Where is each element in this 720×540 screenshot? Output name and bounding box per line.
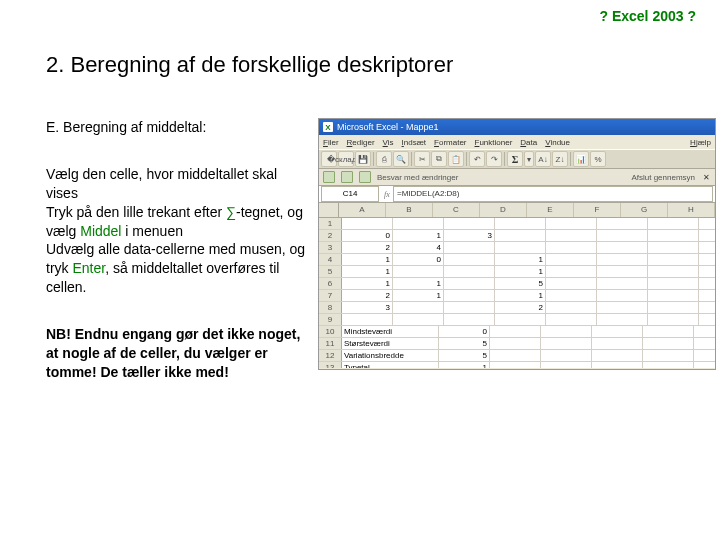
row-header[interactable]: 13 <box>319 362 342 368</box>
grid-cell[interactable] <box>643 350 694 361</box>
grid-cell[interactable]: 2 <box>495 302 546 313</box>
grid-cell[interactable] <box>592 338 643 349</box>
grid-cell[interactable]: 5 <box>495 278 546 289</box>
toolbar-chart-icon[interactable]: 📊 <box>573 151 589 167</box>
grid-cell[interactable] <box>597 242 648 253</box>
grid-cell[interactable] <box>648 242 699 253</box>
grid-cell[interactable]: 1 <box>393 230 444 241</box>
grid-cell[interactable] <box>648 266 699 277</box>
grid-cell[interactable] <box>699 314 715 325</box>
grid-cell[interactable] <box>444 314 495 325</box>
grid-cell[interactable] <box>541 326 592 337</box>
grid-cell[interactable] <box>648 230 699 241</box>
grid-cell[interactable] <box>342 314 393 325</box>
menu-item[interactable]: Vis <box>383 138 394 147</box>
grid-cell[interactable] <box>444 242 495 253</box>
grid-cell[interactable]: 1 <box>342 278 393 289</box>
name-box[interactable]: C14 <box>321 186 379 202</box>
row-header[interactable]: 1 <box>319 218 342 229</box>
row-header[interactable]: 9 <box>319 314 342 325</box>
grid-cell[interactable] <box>597 302 648 313</box>
grid-cell[interactable] <box>342 218 393 229</box>
toolbar-sort-asc-icon[interactable]: A↓ <box>535 151 551 167</box>
row-header[interactable]: 6 <box>319 278 342 289</box>
grid-cell[interactable]: Mindsteværdi <box>342 326 439 337</box>
row-header[interactable]: 3 <box>319 242 342 253</box>
row-header[interactable]: 11 <box>319 338 342 349</box>
grid-cell[interactable]: 4 <box>393 242 444 253</box>
grid-cell[interactable] <box>694 350 715 361</box>
grid-cell[interactable] <box>546 242 597 253</box>
grid-cell[interactable] <box>444 254 495 265</box>
grid-cell[interactable] <box>597 218 648 229</box>
grid-cell[interactable] <box>546 290 597 301</box>
select-all-corner[interactable] <box>319 203 339 217</box>
grid-cell[interactable] <box>444 266 495 277</box>
column-header[interactable]: D <box>480 203 527 217</box>
grid-cell[interactable]: 5 <box>439 338 490 349</box>
grid-cell[interactable] <box>546 278 597 289</box>
grid-cell[interactable] <box>699 230 715 241</box>
grid-cell[interactable]: 2 <box>342 290 393 301</box>
grid-cell[interactable] <box>694 362 715 368</box>
grid-cell[interactable] <box>546 302 597 313</box>
column-header[interactable]: G <box>621 203 668 217</box>
grid-cell[interactable] <box>699 302 715 313</box>
menu-item[interactable]: Rediger <box>347 138 375 147</box>
review-close-icon[interactable]: ✕ <box>701 172 711 182</box>
grid-cell[interactable]: 3 <box>444 230 495 241</box>
toolbar-autosum-icon[interactable]: Σ <box>507 151 523 167</box>
toolbar-save-icon[interactable]: 💾 <box>355 151 371 167</box>
toolbar-zoom-icon[interactable]: % <box>590 151 606 167</box>
grid-cell[interactable]: 1 <box>393 290 444 301</box>
grid-cell[interactable] <box>648 254 699 265</box>
grid-cell[interactable] <box>643 338 694 349</box>
grid-cell[interactable] <box>592 350 643 361</box>
grid-cell[interactable] <box>495 218 546 229</box>
toolbar-paste-icon[interactable]: 📋 <box>448 151 464 167</box>
grid-cell[interactable] <box>393 218 444 229</box>
column-header[interactable]: E <box>527 203 574 217</box>
menu-item[interactable]: Vindue <box>545 138 570 147</box>
grid-cell[interactable] <box>643 326 694 337</box>
toolbar-redo-icon[interactable]: ↷ <box>486 151 502 167</box>
grid-cell[interactable] <box>648 278 699 289</box>
grid-cell[interactable]: 1 <box>342 266 393 277</box>
row-header[interactable]: 8 <box>319 302 342 313</box>
grid-cell[interactable]: 1 <box>439 362 490 368</box>
grid-cell[interactable] <box>699 242 715 253</box>
grid-body[interactable]: 12013324410151161157211832910Mindsteværd… <box>319 218 715 368</box>
grid-cell[interactable] <box>597 266 648 277</box>
grid-cell[interactable] <box>648 302 699 313</box>
menu-item[interactable]: Filer <box>323 138 339 147</box>
grid-cell[interactable] <box>393 314 444 325</box>
grid-cell[interactable] <box>444 290 495 301</box>
grid-cell[interactable] <box>597 290 648 301</box>
grid-cell[interactable]: Typetal <box>342 362 439 368</box>
grid-cell[interactable] <box>444 302 495 313</box>
grid-cell[interactable] <box>495 314 546 325</box>
grid-cell[interactable]: 3 <box>342 302 393 313</box>
toolbar-sort-desc-icon[interactable]: Z↓ <box>552 151 568 167</box>
grid-cell[interactable] <box>699 290 715 301</box>
toolbar-undo-icon[interactable]: ↶ <box>469 151 485 167</box>
grid-cell[interactable] <box>546 230 597 241</box>
grid-cell[interactable] <box>490 326 541 337</box>
menu-item[interactable]: Funktioner <box>475 138 513 147</box>
grid-cell[interactable] <box>694 326 715 337</box>
grid-cell[interactable] <box>648 290 699 301</box>
grid-cell[interactable] <box>393 302 444 313</box>
fx-icon[interactable]: fx <box>381 190 393 199</box>
toolbar-print-icon[interactable]: ⎙ <box>376 151 392 167</box>
row-header[interactable]: 7 <box>319 290 342 301</box>
grid-cell[interactable] <box>495 230 546 241</box>
menu-item[interactable]: Data <box>520 138 537 147</box>
toolbar-autosum-dropdown-icon[interactable]: ▾ <box>524 151 534 167</box>
grid-cell[interactable]: 0 <box>393 254 444 265</box>
grid-cell[interactable]: 2 <box>342 242 393 253</box>
grid-cell[interactable] <box>699 218 715 229</box>
row-header[interactable]: 5 <box>319 266 342 277</box>
grid-cell[interactable] <box>490 338 541 349</box>
row-header[interactable]: 12 <box>319 350 342 361</box>
grid-cell[interactable] <box>699 278 715 289</box>
